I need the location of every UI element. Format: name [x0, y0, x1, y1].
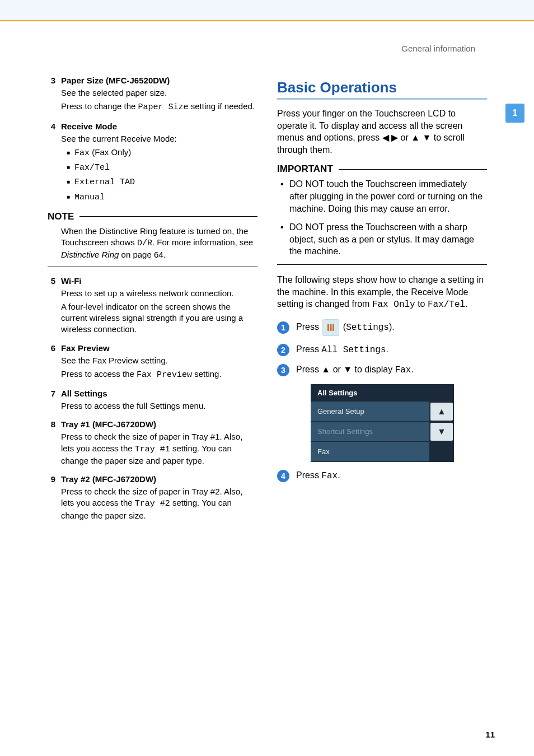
important-list: DO NOT touch the Touchscreen immediately… — [280, 178, 487, 258]
item-6: 6 Fax Preview See the Fax Preview settin… — [48, 343, 257, 381]
chapter-tab: 1 — [505, 104, 524, 123]
item-3: 3 Paper Size (MFC-J6520DW) See the selec… — [48, 76, 257, 114]
step-text: Press All Settings. — [296, 344, 487, 355]
right-column: Basic Operations Press your finger on th… — [277, 76, 487, 529]
following-paragraph: The following steps show how to change a… — [277, 274, 487, 311]
section-heading: Basic Operations — [277, 79, 487, 96]
running-head: General information — [401, 44, 475, 53]
item-number: 6 — [48, 343, 55, 353]
step-text: Press ▲ or ▼ to display Fax. — [296, 365, 487, 375]
item-line: See the Fax Preview setting. — [61, 355, 257, 366]
step-number-icon: 2 — [277, 344, 289, 356]
step-number-icon: 4 — [277, 470, 289, 482]
note-heading: NOTE — [48, 211, 257, 222]
item-number: 5 — [48, 276, 55, 286]
item-line: Press to check the size of paper in Tray… — [61, 431, 257, 466]
item-number: 9 — [48, 474, 55, 484]
step-text: Press Fax. — [296, 470, 487, 481]
step-2: 2 Press All Settings. — [277, 344, 487, 356]
lcd-list: General Setup Shortcut Settings Fax — [311, 402, 429, 462]
item-number: 7 — [48, 389, 55, 398]
item-title: Tray #1 (MFC-J6720DW) — [61, 419, 156, 429]
step-text: Press (Settings). — [296, 319, 487, 336]
note-body: When the Distinctive Ring feature is tur… — [61, 226, 257, 261]
step-4: 4 Press Fax. — [277, 470, 487, 482]
item-line: Press to change the Paper Size setting i… — [61, 101, 257, 113]
item-line: Press to access the full Settings menu. — [61, 400, 257, 412]
step-1: 1 Press (Settings). — [277, 319, 487, 336]
item-title: Fax Preview — [61, 343, 110, 353]
item-title: Tray #2 (MFC-J6720DW) — [61, 474, 156, 484]
item-title: Paper Size (MFC-J6520DW) — [61, 76, 170, 85]
step-3: 3 Press ▲ or ▼ to display Fax. — [277, 364, 487, 376]
svg-point-1 — [330, 328, 332, 329]
item-number: 3 — [48, 76, 55, 85]
lcd-screenshot: All Settings General Setup Shortcut Sett… — [311, 384, 454, 462]
step-number-icon: 3 — [277, 364, 289, 376]
item-line: See the current Receive Mode: — [61, 133, 257, 144]
lcd-title: All Settings — [311, 384, 454, 402]
item-number: 8 — [48, 419, 55, 429]
svg-point-0 — [327, 325, 329, 326]
step-number-icon: 1 — [277, 321, 289, 334]
item-line: A four-level indicator on the screen sho… — [61, 301, 257, 335]
item-8: 8 Tray #1 (MFC-J6720DW) Press to check t… — [48, 419, 257, 466]
list-item: DO NOT press the Touchscreen with a shar… — [280, 221, 487, 258]
topbar — [0, 0, 534, 21]
list-item: Fax/Tel — [67, 161, 257, 174]
list-item: Fax (Fax Only) — [67, 147, 257, 159]
item-4: 4 Receive Mode See the current Receive M… — [48, 122, 257, 203]
settings-icon — [322, 319, 339, 336]
item-title: All Settings — [61, 389, 107, 398]
lcd-row-general-setup[interactable]: General Setup — [311, 402, 429, 422]
content: 3 Paper Size (MFC-J6520DW) See the selec… — [48, 76, 487, 529]
item-9: 9 Tray #2 (MFC-J6720DW) Press to check t… — [48, 474, 257, 521]
list-item: DO NOT touch the Touchscreen immediately… — [280, 178, 487, 214]
section-rule — [277, 99, 487, 100]
list-item: Manual — [67, 191, 257, 203]
left-column: 3 Paper Size (MFC-J6520DW) See the selec… — [48, 76, 257, 529]
list-item: External TAD — [67, 176, 257, 188]
important-rule-end — [277, 264, 487, 265]
scroll-down-button[interactable]: ▼ — [430, 423, 453, 441]
item-line: See the selected paper size. — [61, 87, 257, 99]
item-title: Wi-Fi — [61, 276, 82, 286]
item-5: 5 Wi-Fi Press to set up a wireless netwo… — [48, 276, 257, 335]
lcd-scroll: ▲ ▼ — [429, 402, 454, 462]
item-line: Press to set up a wireless network conne… — [61, 288, 257, 299]
lcd-row-shortcut-settings[interactable]: Shortcut Settings — [311, 422, 429, 442]
item-7: 7 All Settings Press to access the full … — [48, 389, 257, 412]
item-line: Press to check the size of paper in Tray… — [61, 486, 257, 521]
item-line: Press to access the Fax Preview setting. — [61, 368, 257, 381]
intro-paragraph: Press your finger on the Touchscreen LCD… — [277, 108, 487, 156]
scroll-blank — [430, 443, 453, 461]
page-number: 11 — [485, 730, 495, 739]
note-rule-end — [48, 267, 257, 267]
important-heading: IMPORTANT — [277, 164, 487, 175]
scroll-up-button[interactable]: ▲ — [430, 403, 453, 421]
item-number: 4 — [48, 122, 55, 131]
item-title: Receive Mode — [61, 122, 117, 131]
svg-point-2 — [332, 326, 334, 328]
receive-mode-list: Fax (Fax Only) Fax/Tel External TAD Manu… — [67, 147, 257, 203]
lcd-row-fax[interactable]: Fax — [311, 442, 429, 462]
